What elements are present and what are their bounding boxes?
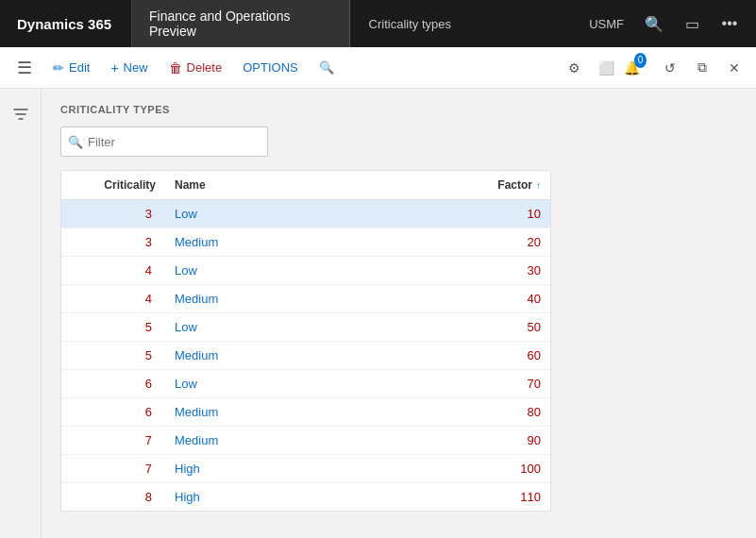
app-name: Finance and Operations Preview — [132, 0, 350, 47]
main-layout: CRITICALITY TYPES 🔍 Criticality Name Fac… — [0, 89, 756, 538]
settings-icon: ⚙ — [568, 60, 580, 76]
sort-icon: ↑ — [536, 180, 541, 191]
delete-icon: 🗑 — [169, 60, 182, 76]
top-nav-right: USMF 🔍 ▭ ••• — [570, 0, 756, 47]
cell-criticality: 3 — [61, 228, 165, 256]
cell-name: Medium — [165, 228, 465, 256]
table-row[interactable]: 6 Medium 80 — [61, 398, 550, 427]
cell-criticality: 5 — [61, 342, 165, 369]
sidebar-filter-button[interactable] — [7, 100, 35, 128]
app-label: Finance and Operations Preview — [149, 8, 332, 39]
company-label: USMF — [580, 17, 633, 31]
cell-factor: 30 — [465, 257, 550, 284]
table-row[interactable]: 4 Low 30 — [61, 257, 550, 285]
table-row[interactable]: 5 Medium 60 — [61, 342, 550, 370]
open-new-icon: ⧉ — [697, 59, 707, 76]
data-table: Criticality Name Factor ↑ 3 Low 10 3 Med… — [60, 170, 551, 512]
cell-name: Low — [165, 313, 465, 341]
header-name: Name — [165, 171, 465, 199]
cell-factor: 10 — [465, 200, 550, 227]
cell-criticality: 3 — [61, 200, 165, 227]
cell-factor: 70 — [465, 370, 550, 397]
cell-criticality: 5 — [61, 313, 165, 341]
table-row[interactable]: 4 Medium 40 — [61, 285, 550, 313]
table-row[interactable]: 6 Low 70 — [61, 370, 550, 398]
new-label: New — [124, 60, 148, 75]
filter-input-wrap: 🔍 — [60, 126, 268, 157]
toolbar-search-button[interactable]: 🔍 — [310, 56, 344, 79]
cell-name: Medium — [165, 342, 465, 369]
cell-factor: 110 — [465, 483, 550, 511]
close-button[interactable]: ✕ — [720, 54, 748, 82]
d365-brand[interactable]: Dynamics 365 — [0, 0, 132, 47]
options-label: OPTIONS — [243, 60, 298, 75]
cell-factor: 80 — [465, 398, 550, 426]
cell-criticality: 7 — [61, 455, 165, 482]
section-title: CRITICALITY TYPES — [60, 104, 737, 115]
edit-label: Edit — [69, 60, 90, 75]
cell-factor: 20 — [465, 228, 550, 256]
top-search-button[interactable]: 🔍 — [637, 7, 671, 41]
edit-button[interactable]: ✏ Edit — [43, 56, 99, 80]
sidebar-filter — [0, 89, 42, 538]
open-new-button[interactable]: ⧉ — [688, 54, 716, 82]
cell-criticality: 6 — [61, 398, 165, 426]
header-factor[interactable]: Factor ↑ — [465, 171, 550, 199]
notification-button[interactable]: 🔔 0 — [624, 54, 652, 82]
delete-label: Delete — [187, 60, 223, 75]
hamburger-icon: ☰ — [17, 58, 32, 78]
options-button[interactable]: OPTIONS — [233, 56, 308, 79]
table-row[interactable]: 8 High 110 — [61, 483, 550, 511]
cell-factor: 100 — [465, 455, 550, 482]
refresh-icon: ↺ — [664, 60, 676, 76]
cell-name: Medium — [165, 427, 465, 454]
cell-name: Medium — [165, 285, 465, 312]
refresh-button[interactable]: ↺ — [656, 54, 684, 82]
table-row[interactable]: 7 High 100 — [61, 455, 550, 483]
cell-name: Low — [165, 370, 465, 397]
cell-name: High — [165, 483, 465, 511]
cell-name: High — [165, 455, 465, 482]
filter-icon — [13, 107, 28, 122]
new-icon: + — [110, 60, 118, 76]
cell-factor: 60 — [465, 342, 550, 369]
cell-criticality: 7 — [61, 427, 165, 454]
cell-factor: 90 — [465, 427, 550, 454]
d365-label: Dynamics 365 — [17, 16, 111, 32]
table-row[interactable]: 3 Medium 20 — [61, 228, 550, 257]
hamburger-button[interactable]: ☰ — [8, 47, 42, 89]
toolbar-search-icon: 🔍 — [319, 60, 334, 75]
filter-search-icon: 🔍 — [68, 135, 83, 149]
notification-badge: 0 — [634, 53, 647, 68]
cell-criticality: 6 — [61, 370, 165, 397]
filter-input[interactable] — [60, 126, 268, 157]
page-label: Criticality types — [369, 17, 451, 31]
table-row[interactable]: 5 Low 50 — [61, 313, 550, 342]
table-header: Criticality Name Factor ↑ — [61, 171, 550, 200]
table-row[interactable]: 7 Medium 90 — [61, 427, 550, 455]
header-criticality: Criticality — [61, 171, 165, 199]
edit-icon: ✏ — [53, 60, 64, 76]
close-icon: ✕ — [729, 60, 740, 76]
cell-factor: 50 — [465, 313, 550, 341]
settings-button[interactable]: ⚙ — [560, 54, 588, 82]
cell-criticality: 4 — [61, 285, 165, 312]
cell-factor: 40 — [465, 285, 550, 312]
cell-name: Low — [165, 200, 465, 227]
cell-name: Medium — [165, 398, 465, 426]
toolbar-right-icons: ⚙ ⬜ 🔔 0 ↺ ⧉ ✕ — [560, 54, 748, 82]
toolbar: ☰ ✏ Edit + New 🗑 Delete OPTIONS 🔍 ⚙ ⬜ 🔔 … — [0, 47, 756, 89]
top-nav: Dynamics 365 Finance and Operations Prev… — [0, 0, 756, 47]
top-bookmark-button[interactable]: ▭ — [675, 7, 709, 41]
table-body: 3 Low 10 3 Medium 20 4 Low 30 4 Medium 4… — [61, 200, 550, 511]
delete-button[interactable]: 🗑 Delete — [160, 56, 232, 80]
office-button[interactable]: ⬜ — [592, 54, 620, 82]
new-button[interactable]: + New — [101, 56, 157, 80]
cell-name: Low — [165, 257, 465, 284]
cell-criticality: 8 — [61, 483, 165, 511]
cell-criticality: 4 — [61, 257, 165, 284]
table-row[interactable]: 3 Low 10 — [61, 200, 550, 228]
top-more-button[interactable]: ••• — [713, 7, 747, 41]
office-icon: ⬜ — [598, 60, 614, 76]
content-area: CRITICALITY TYPES 🔍 Criticality Name Fac… — [42, 89, 756, 538]
